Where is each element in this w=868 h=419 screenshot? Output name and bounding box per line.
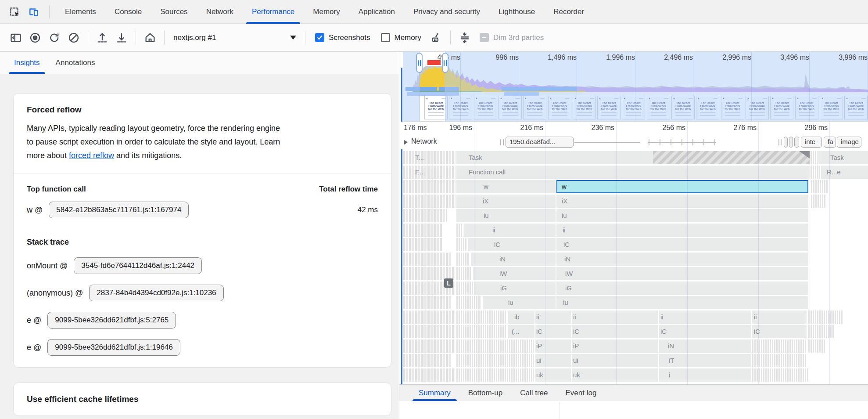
flame-bar[interactable] bbox=[572, 311, 658, 324]
source-location-link[interactable]: 9099-5bee326dd621dfbf.js:5:2765 bbox=[47, 312, 176, 329]
reload-record-icon[interactable] bbox=[47, 30, 62, 46]
flame-bar[interactable] bbox=[535, 354, 571, 367]
flame-bar[interactable] bbox=[572, 325, 658, 338]
flame-bar bbox=[403, 180, 456, 193]
flame-bar[interactable] bbox=[659, 311, 751, 324]
flame-row: uiuiiT bbox=[403, 354, 868, 367]
network-request[interactable]: inte bbox=[801, 137, 822, 148]
timeline-minimap[interactable]: The React Framework for the WebThe React… bbox=[403, 52, 868, 122]
flame-bar[interactable] bbox=[659, 368, 751, 382]
details-tab-bottom-up[interactable]: Bottom-up bbox=[459, 385, 511, 401]
home-icon[interactable] bbox=[142, 30, 158, 46]
source-location-link[interactable]: 2837-84b4d4394cd0f92e.js:1:10236 bbox=[89, 285, 223, 301]
flame-bar[interactable] bbox=[456, 180, 556, 193]
flame-bar[interactable] bbox=[456, 195, 556, 208]
shrink-flame-icon[interactable] bbox=[457, 30, 473, 46]
details-tab-summary[interactable]: Summary bbox=[410, 385, 459, 401]
flame-bar[interactable] bbox=[556, 238, 808, 251]
cache-lifetimes-card[interactable]: Use efficient cache lifetimes bbox=[13, 383, 391, 416]
tab-console[interactable]: Console bbox=[105, 0, 151, 24]
flame-bar[interactable] bbox=[556, 282, 808, 295]
tab-memory[interactable]: Memory bbox=[304, 0, 349, 24]
flame-bar[interactable] bbox=[474, 282, 556, 295]
insights-scroll-area[interactable]: Forced reflow Many APIs, typically readi… bbox=[0, 74, 399, 419]
flame-bar[interactable] bbox=[468, 238, 556, 251]
flame-bar[interactable] bbox=[473, 267, 556, 280]
flame-bar[interactable] bbox=[456, 166, 810, 179]
flame-bar[interactable] bbox=[752, 311, 807, 324]
flame-bar[interactable] bbox=[659, 340, 751, 353]
tab-recorder[interactable]: Recorder bbox=[544, 0, 593, 24]
memory-checkbox[interactable]: Memory bbox=[381, 33, 421, 42]
tab-network[interactable]: Network bbox=[197, 0, 243, 24]
flame-bar[interactable] bbox=[556, 267, 808, 280]
clear-icon[interactable] bbox=[66, 30, 82, 46]
flame-bar[interactable] bbox=[572, 368, 658, 382]
network-request[interactable] bbox=[784, 137, 788, 148]
forced-reflow-card[interactable]: Forced reflow Many APIs, typically readi… bbox=[13, 93, 391, 368]
flame-bar[interactable] bbox=[535, 311, 571, 324]
record-icon[interactable] bbox=[27, 30, 43, 46]
flame-bar[interactable] bbox=[752, 325, 807, 338]
flame-bar[interactable] bbox=[659, 354, 751, 367]
flame-bar-selected[interactable] bbox=[556, 180, 808, 193]
forced-reflow-link[interactable]: forced reflow bbox=[69, 151, 114, 160]
flame-bar[interactable] bbox=[572, 354, 658, 367]
tab-performance[interactable]: Performance bbox=[243, 0, 304, 24]
flame-bar[interactable] bbox=[818, 151, 868, 164]
flamechart-tick-label: 176 ms bbox=[404, 124, 427, 132]
flame-bar[interactable] bbox=[556, 209, 808, 222]
network-request[interactable] bbox=[789, 137, 793, 148]
network-request[interactable] bbox=[794, 137, 799, 148]
details-tab-event-log[interactable]: Event log bbox=[556, 385, 605, 401]
flame-bar[interactable] bbox=[508, 311, 534, 324]
network-request[interactable]: 1950.dea8fad... bbox=[506, 137, 574, 148]
tab-elements[interactable]: Elements bbox=[56, 0, 105, 24]
flame-bar[interactable] bbox=[456, 209, 556, 222]
device-toolbar-icon[interactable] bbox=[27, 5, 40, 18]
flame-bar[interactable] bbox=[535, 368, 571, 382]
tab-sources[interactable]: Sources bbox=[151, 0, 197, 24]
network-request[interactable]: image bbox=[837, 137, 861, 148]
flame-bar[interactable] bbox=[659, 325, 751, 338]
sidebar-tab-insights[interactable]: Insights bbox=[6, 52, 48, 74]
flame-bar[interactable] bbox=[471, 253, 556, 266]
inspect-element-icon[interactable] bbox=[8, 5, 21, 18]
flame-bar[interactable] bbox=[556, 224, 808, 237]
expand-triangle-icon[interactable] bbox=[404, 140, 408, 145]
flame-bar bbox=[456, 238, 467, 251]
flamechart[interactable]: T...TaskTaskE...Function callR...ewwiXiX… bbox=[403, 149, 868, 384]
flame-row: iPiPiN bbox=[403, 340, 868, 353]
long-task-hatch[interactable] bbox=[653, 151, 810, 164]
history-select[interactable]: nextjs.org #1 bbox=[169, 33, 301, 42]
garbage-collect-icon[interactable] bbox=[428, 30, 444, 46]
flame-bar[interactable] bbox=[464, 224, 556, 237]
upload-profile-icon[interactable] bbox=[94, 30, 110, 46]
flame-bar[interactable] bbox=[535, 325, 571, 338]
tab-lighthouse[interactable]: Lighthouse bbox=[489, 0, 544, 24]
network-request[interactable]: fa bbox=[824, 137, 836, 148]
tab-application[interactable]: Application bbox=[349, 0, 404, 24]
source-location-link[interactable]: 3545-fd6e7644112d46af.js:1:2442 bbox=[74, 257, 202, 274]
window-right-handle[interactable] bbox=[442, 53, 448, 73]
source-location-link[interactable]: 9099-5bee326dd621dfbf.js:1:19646 bbox=[47, 339, 180, 356]
window-left-handle[interactable] bbox=[416, 53, 423, 73]
flame-bar[interactable] bbox=[556, 253, 808, 266]
tab-privacy-and-security[interactable]: Privacy and security bbox=[404, 0, 489, 24]
filmstrip-screenshot[interactable]: The React Framework for the Web bbox=[424, 96, 448, 119]
flame-bar[interactable] bbox=[821, 166, 868, 179]
dock-side-icon[interactable] bbox=[8, 30, 24, 46]
download-profile-icon[interactable] bbox=[114, 30, 129, 46]
flame-bar[interactable] bbox=[556, 195, 808, 208]
flame-bar[interactable] bbox=[556, 296, 808, 309]
network-track[interactable]: Network 1950.dea8fad... intefaimage bbox=[403, 135, 868, 149]
flame-bar bbox=[403, 368, 455, 382]
details-tab-call-tree[interactable]: Call tree bbox=[511, 385, 556, 401]
source-location-link[interactable]: 5842-e12b863a5c711761.js:1:167974 bbox=[49, 202, 189, 218]
flame-bar[interactable] bbox=[508, 325, 534, 338]
flame-bar[interactable] bbox=[572, 340, 658, 353]
sidebar-tab-annotations[interactable]: Annotations bbox=[48, 52, 103, 74]
flame-bar[interactable] bbox=[535, 340, 571, 353]
screenshots-checkbox[interactable]: Screenshots bbox=[315, 33, 370, 42]
minimap-tick-label: 2,496 ms bbox=[664, 54, 693, 61]
